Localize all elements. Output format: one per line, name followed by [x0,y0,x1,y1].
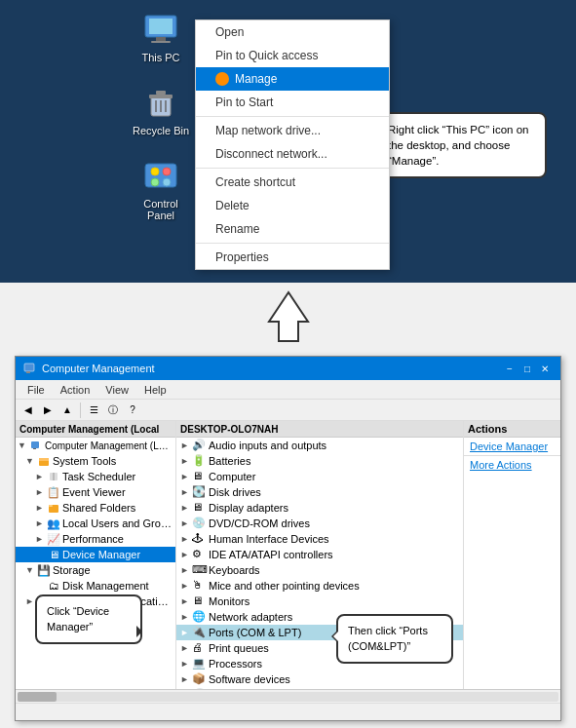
svg-rect-17 [26,371,30,373]
svg-rect-1 [149,19,173,34]
top-callout: Right click “This PC” icon on the deskto… [376,112,547,178]
context-delete[interactable]: Delete [196,194,389,217]
tree-local-users[interactable]: ► 👥 Local Users and Groups [16,516,175,531]
tree-shared-folders[interactable]: ► Shared Folders [16,500,175,516]
action-more-actions[interactable]: More Actions [464,456,560,474]
ports-icon: 🔌 [192,626,206,639]
minimize-button[interactable]: − [502,361,518,376]
device-dvd[interactable]: ► 💿 DVD/CD-ROM drives [176,516,463,531]
svg-rect-10 [145,164,176,187]
recycle-bin-icon[interactable]: Recycle Bin [132,83,190,136]
separator-2 [196,168,389,169]
tree-performance[interactable]: ► 📈 Performance [16,531,175,547]
tree-dm-label: Device Manager [62,549,140,560]
tree-ev-label: Event Viewer [62,486,126,498]
device-mice[interactable]: ► 🖱 Mice and other pointing devices [176,578,463,594]
tree-system-tools[interactable]: ▼ System Tools [16,453,175,469]
tree-ev-expand: ► [35,487,47,497]
tree-sf-label: Shared Folders [62,502,135,514]
svg-rect-3 [151,41,171,43]
tree-computer-management[interactable]: ▼ Computer Management (Local [16,438,175,453]
context-pin-quick[interactable]: Pin to Quick access [196,44,389,67]
toolbar-separator [80,402,81,418]
device-computer[interactable]: ► 🖥 Computer [176,469,463,484]
tree-dm-icon: 🖥 [47,548,60,561]
context-map-network[interactable]: Map network drive... [196,119,389,142]
svg-rect-21 [39,458,49,461]
tree-ts-label: Task Scheduler [62,471,135,482]
menu-view[interactable]: View [97,382,136,398]
device-sound[interactable]: ► 🔊 Sound, video and game controllers [176,687,463,689]
device-display[interactable]: ► 🖥 Display adapters [176,500,463,516]
manage-icon [215,72,229,86]
menu-help[interactable]: Help [136,382,174,398]
menu-action[interactable]: Action [53,382,98,398]
maximize-button[interactable]: □ [519,361,535,376]
disk-icon: 💽 [192,485,206,499]
tree-disk-mgmt[interactable]: 🗂 Disk Management [16,578,175,594]
tree-ts-icon [47,470,60,483]
svg-rect-2 [156,37,166,41]
scrollbar-track [18,692,558,702]
svg-rect-6 [156,91,166,95]
desktop-section: This PC Recycle Bin Control P [0,0,576,283]
context-manage[interactable]: Manage [196,67,389,91]
toolbar-help[interactable]: ? [124,402,141,419]
context-disconnect[interactable]: Disconnect network... [196,142,389,166]
monitor-icon: 🖥 [192,594,206,608]
tree-stor-icon: 💾 [37,563,51,577]
context-rename[interactable]: Rename [196,217,389,241]
device-audio[interactable]: ► 🔊 Audio inputs and outputs [176,438,463,453]
context-create-shortcut[interactable]: Create shortcut [196,171,389,194]
tree-device-manager[interactable]: 🖥 Device Manager [16,547,175,562]
middle-panel-header: DESKTOP-OLO7NAH [176,421,463,438]
device-ide[interactable]: ► ⚙ IDE ATA/ATAPI controllers [176,547,463,562]
toolbar-forward[interactable]: ▶ [39,402,57,419]
device-batteries[interactable]: ► 🔋 Batteries [176,453,463,469]
device-keyboards[interactable]: ► ⌨ Keyboards [176,562,463,578]
toolbar-properties[interactable]: ⓘ [104,402,122,419]
context-pin-start[interactable]: Pin to Start [196,91,389,114]
ports-callout-text: Then click “Ports (COM&LPT)” [348,625,428,651]
scrollbar-horizontal[interactable] [16,689,560,703]
window-content: Computer Management (Local ▼ Computer Ma… [16,421,560,689]
context-properties[interactable]: Properties [196,246,389,269]
down-arrow [264,287,313,346]
toolbar-back[interactable]: ◀ [19,402,37,419]
device-manager-callout: Click “Device Manager” [35,594,142,644]
action-device-manager[interactable]: Device Manager [464,438,560,455]
tree-storage[interactable]: ▼ 💾 Storage [16,562,175,578]
keyboard-icon: ⌨ [192,563,206,577]
close-button[interactable]: ✕ [537,361,553,376]
svg-rect-25 [49,505,53,507]
context-open[interactable]: Open [196,20,389,44]
mice-icon: 🖱 [192,579,206,593]
tree-stor-expand: ▼ [25,565,37,575]
left-panel-header: Computer Management (Local [16,421,175,438]
control-panel-icon[interactable]: Control Panel [132,156,190,221]
middle-header-text: DESKTOP-OLO7NAH [180,424,278,435]
left-panel: Computer Management (Local ▼ Computer Ma… [16,421,176,689]
device-hid[interactable]: ► 🕹 Human Interface Devices [176,531,463,547]
print-icon: 🖨 [192,641,206,655]
svg-rect-19 [33,448,36,449]
sound-icon: 🔊 [192,688,206,689]
device-monitors[interactable]: ► 🖥 Monitors [176,594,463,609]
window-icon [23,362,37,375]
menu-file[interactable]: File [19,382,53,398]
tree-sf-expand: ► [35,503,47,513]
device-software[interactable]: ► 📦 Software devices [176,671,463,687]
device-disk[interactable]: ► 💽 Disk drives [176,484,463,500]
toolbar-show-hide[interactable]: ☰ [85,402,102,419]
tree-task-scheduler[interactable]: ► Task Scheduler [16,469,175,484]
toolbar-up[interactable]: ▲ [58,402,76,419]
tree-ts-expand: ► [35,472,47,481]
this-pc-label: This PC [141,52,179,63]
tree-perf-expand: ► [35,534,47,544]
tree-event-viewer[interactable]: ► 📋 Event Viewer [16,484,175,500]
tree-lu-icon: 👥 [47,517,60,530]
tree-ev-icon: 📋 [47,485,60,499]
this-pc-icon[interactable]: This PC [132,10,190,63]
scrollbar-thumb [18,692,57,702]
tree-lu-expand: ► [35,518,47,528]
